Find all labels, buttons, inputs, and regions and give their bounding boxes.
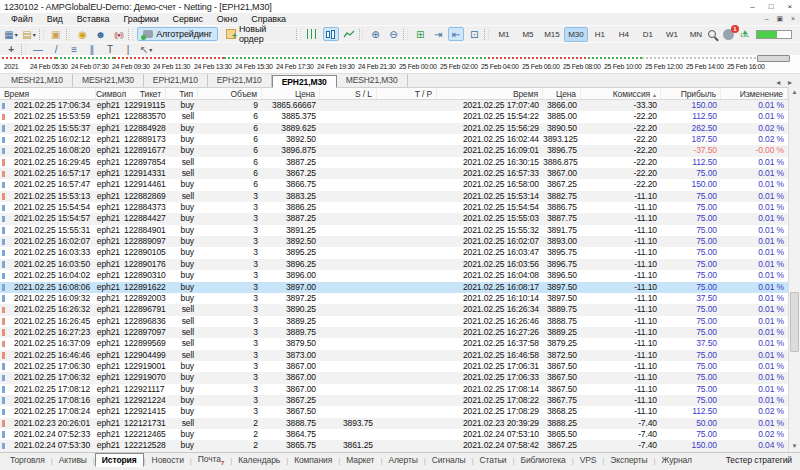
- bottom-tab[interactable]: Активы: [53, 454, 93, 466]
- zoom-out-button[interactable]: ⊖: [385, 27, 401, 41]
- chart-tab[interactable]: MESH21,M30: [337, 74, 408, 87]
- column-header[interactable]: Тип: [166, 88, 198, 99]
- timeframe-button[interactable]: MN: [684, 27, 708, 42]
- bottom-tab[interactable]: Торговля: [4, 454, 51, 466]
- table-row[interactable]: 2021.02.25 15:53:59eph21122883570sell638…: [0, 111, 800, 122]
- bottom-tab[interactable]: Алерты: [382, 454, 423, 466]
- scrollbar-thumb[interactable]: [790, 292, 799, 352]
- timeframe-button[interactable]: M30: [564, 27, 588, 42]
- crosshair-button[interactable]: +: [3, 42, 19, 56]
- close-button[interactable]: ×: [787, 2, 792, 11]
- bar-chart-button[interactable]: [305, 27, 321, 41]
- menu-item[interactable]: Сервис: [166, 14, 210, 24]
- timeframe-button[interactable]: H4: [612, 27, 636, 42]
- column-header[interactable]: Прибыль: [661, 88, 721, 99]
- arrows-dropdown-button[interactable]: ↖▾: [138, 42, 154, 56]
- scroll-down-icon[interactable]: ▼: [789, 441, 800, 452]
- column-header[interactable]: Символ: [96, 88, 124, 99]
- tab-scroll-right-icon[interactable]: ▸: [788, 78, 792, 87]
- strategy-tester-label[interactable]: Тестер стратегий: [726, 455, 800, 465]
- scroll-up-icon[interactable]: ▲: [789, 87, 800, 98]
- table-row[interactable]: 2021.02.25 16:46:46eph21122904499sell338…: [0, 350, 800, 361]
- chart-tab[interactable]: EPH21,M10: [144, 74, 208, 87]
- column-header[interactable]: Цена: [543, 88, 581, 99]
- new-order-button[interactable]: Новый ордер: [220, 27, 294, 41]
- bottom-tab[interactable]: Новости: [146, 454, 190, 466]
- chart-time-axis[interactable]: 202124 Feb 05:3024 Feb 07:3024 Feb 09:30…: [0, 55, 800, 74]
- table-row[interactable]: 2021.02.25 16:03:50eph21122890176buy3389…: [0, 259, 800, 270]
- bottom-tab[interactable]: VPS: [574, 454, 603, 466]
- vertical-scrollbar[interactable]: ▲ ▼: [788, 87, 800, 452]
- tab-scroll-left-icon[interactable]: ◂: [776, 78, 780, 87]
- column-header[interactable]: Изменение: [721, 88, 788, 99]
- chart-tab[interactable]: EPH21,M30: [272, 75, 337, 88]
- table-row[interactable]: 2021.02.25 15:54:57eph21122884427buy3388…: [0, 213, 800, 224]
- mdi-minimize-button[interactable]: –: [765, 15, 769, 23]
- table-row[interactable]: 2021.02.25 16:09:32eph21122892003buy3389…: [0, 293, 800, 304]
- table-row[interactable]: 2021.02.25 16:57:47eph21122914461buy6386…: [0, 179, 800, 190]
- menu-item[interactable]: Справка: [244, 14, 293, 24]
- candlestick-chart-button[interactable]: [323, 27, 339, 41]
- vertical-line-button[interactable]: |: [120, 42, 136, 56]
- column-header[interactable]: Комиссия▴: [581, 88, 661, 99]
- table-row[interactable]: 2021.02.25 16:27:23eph21122897097sell338…: [0, 327, 800, 338]
- bottom-tab[interactable]: Календарь: [232, 454, 286, 466]
- horizontal-line-button[interactable]: —: [30, 42, 46, 56]
- depth-of-market-button[interactable]: ☻: [92, 27, 108, 41]
- table-row[interactable]: 2021.02.25 15:55:37eph21122884928buy6388…: [0, 123, 800, 134]
- new-chart-button[interactable]: ▦▾: [3, 27, 19, 41]
- table-row[interactable]: 2021.02.25 17:06:34eph21122919115buy9386…: [0, 100, 800, 111]
- table-row[interactable]: 2021.02.25 17:08:12eph21122921117buy3386…: [0, 384, 800, 395]
- table-row[interactable]: 2021.02.25 16:26:32eph21122896791sell338…: [0, 304, 800, 315]
- table-row[interactable]: 2021.02.25 16:26:45eph21122896836sell338…: [0, 316, 800, 327]
- table-row[interactable]: 2021.02.25 17:06:30eph21122919001buy3386…: [0, 361, 800, 372]
- profiles-button[interactable]: ▤▾: [21, 27, 37, 41]
- table-row[interactable]: 2021.02.25 16:04:02eph21122890310buy3389…: [0, 270, 800, 281]
- menu-item[interactable]: Вставка: [70, 14, 117, 24]
- search-icon[interactable]: [708, 30, 716, 38]
- timeframe-button[interactable]: M15: [540, 27, 564, 42]
- bottom-tab[interactable]: Почта7: [192, 453, 230, 467]
- auto-scroll-button[interactable]: ⇥: [430, 27, 446, 41]
- equidistant-channel-button[interactable]: ∥: [84, 42, 100, 56]
- column-header[interactable]: Объем: [198, 88, 262, 99]
- zoom-in-button[interactable]: ⊕: [367, 27, 383, 41]
- data-window-button[interactable]: ▣: [48, 27, 64, 41]
- column-header[interactable]: S / L: [320, 88, 377, 99]
- symbols-button[interactable]: ◉: [74, 27, 90, 41]
- line-chart-button[interactable]: [341, 27, 357, 41]
- chart-tab[interactable]: EPH21,M10: [208, 74, 272, 87]
- table-row[interactable]: 2021.02.25 16:29:45eph21122897854sell638…: [0, 157, 800, 168]
- mdi-close-button[interactable]: ×: [791, 15, 795, 23]
- bottom-tab[interactable]: Журнал: [656, 454, 698, 466]
- chart-tab[interactable]: MESH21,M30: [73, 74, 144, 87]
- column-header[interactable]: Тикет: [124, 88, 166, 99]
- column-header[interactable]: Время: [437, 88, 543, 99]
- bottom-tab[interactable]: Маркет: [340, 454, 380, 466]
- table-row[interactable]: 2021.02.25 16:02:07eph21122889097buy3389…: [0, 236, 800, 247]
- fibonacci-button[interactable]: ≡: [66, 42, 82, 56]
- bottom-tab[interactable]: Библиотека: [514, 454, 571, 466]
- table-row[interactable]: 2021.02.25 16:37:09eph21122899569sell338…: [0, 338, 800, 349]
- timeframe-button[interactable]: M5: [516, 27, 540, 42]
- chart-tab[interactable]: MESH21,M10: [2, 74, 73, 87]
- bottom-tab[interactable]: Сигналы: [426, 454, 472, 466]
- table-row[interactable]: 2021.02.24 07:53:30eph21122212528buy2386…: [0, 440, 800, 451]
- trend-line-button[interactable]: /: [48, 42, 64, 56]
- bottom-tab[interactable]: Статьи: [473, 454, 512, 466]
- bottom-tab[interactable]: Эксперты: [604, 454, 653, 466]
- text-label-button[interactable]: T: [102, 42, 118, 56]
- table-row[interactable]: 2021.02.25 17:08:16eph21122921224buy3386…: [0, 395, 800, 406]
- table-row[interactable]: 2021.02.25 16:08:20eph21122891677buy6389…: [0, 145, 800, 156]
- signals-button[interactable]: ((●)): [110, 27, 126, 41]
- bottom-tab[interactable]: Компания: [288, 454, 338, 466]
- maximize-button[interactable]: □: [769, 2, 774, 11]
- minimize-button[interactable]: –: [750, 2, 754, 11]
- timeframe-button[interactable]: D1: [636, 27, 660, 42]
- column-header[interactable]: Цена: [262, 88, 320, 99]
- table-row[interactable]: 2021.02.25 16:57:17eph21122914331sell638…: [0, 168, 800, 179]
- table-row[interactable]: 2021.02.25 17:08:24eph21122921415buy3386…: [0, 406, 800, 417]
- menu-item[interactable]: Файл: [4, 14, 40, 24]
- timeframe-button[interactable]: M1: [492, 27, 516, 42]
- table-row[interactable]: 2021.02.25 17:06:32eph21122919070buy3386…: [0, 372, 800, 383]
